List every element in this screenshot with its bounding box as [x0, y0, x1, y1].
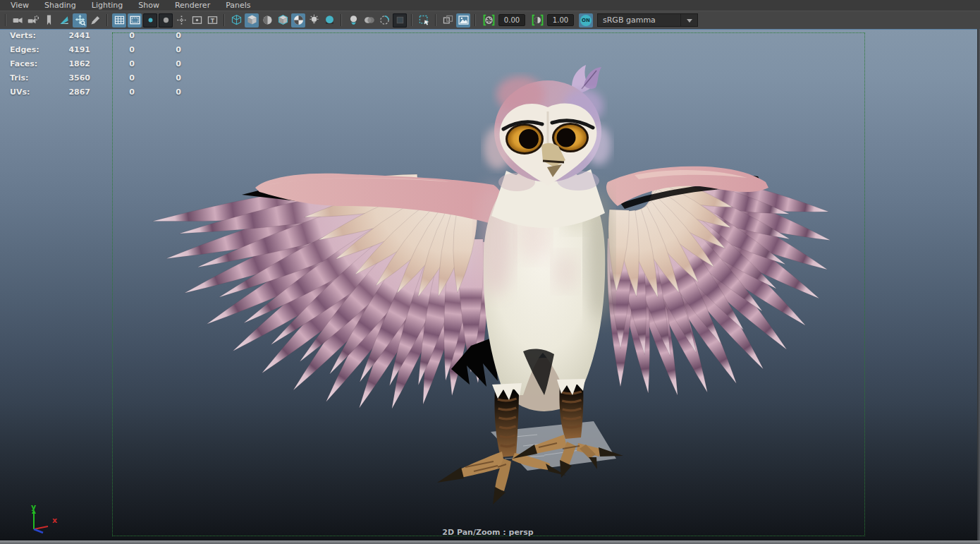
- toolbar-separator: [435, 14, 436, 26]
- hud-row-edges: Edges:419100: [0, 43, 212, 57]
- menu-view[interactable]: View: [3, 0, 37, 11]
- hud-col2: 0: [124, 85, 140, 99]
- exposure-icon[interactable]: [480, 13, 497, 28]
- hud-row-tris: Tris:356000: [0, 71, 212, 85]
- xray-active-icon[interactable]: [377, 13, 391, 28]
- safe-title-icon[interactable]: T: [205, 13, 219, 28]
- color-management-toggle[interactable]: ON: [579, 13, 593, 28]
- chevron-down-icon[interactable]: [680, 14, 697, 26]
- grid-icon[interactable]: [112, 13, 126, 28]
- annotate-pencil-icon[interactable]: [88, 13, 102, 28]
- hud-col3: 0: [171, 85, 186, 99]
- hud-value: 3560: [41, 71, 90, 85]
- menu-panels[interactable]: Panels: [218, 0, 258, 11]
- xray-icon[interactable]: [362, 13, 376, 28]
- hud-col3: 0: [171, 71, 186, 85]
- toolbar-separator: [474, 14, 476, 26]
- hud-col3: 0: [171, 43, 186, 57]
- contrast-icon[interactable]: [529, 13, 546, 28]
- toolbar-separator: [223, 14, 225, 26]
- toolbar-separator: [411, 14, 412, 26]
- panel-menubar: ViewShadingLightingShowRendererPanels: [0, 0, 980, 11]
- smooth-shaded-icon[interactable]: [245, 13, 259, 28]
- hud-col3: 0: [171, 57, 186, 71]
- gamma-field[interactable]: 1.00: [547, 14, 574, 26]
- hud-value: 2867: [41, 85, 90, 99]
- hud-col2: 0: [124, 29, 140, 43]
- hud-label: UVs:: [10, 85, 30, 99]
- wireframe-icon[interactable]: [229, 13, 243, 28]
- hud-value: 2441: [41, 29, 90, 43]
- hud-col2: 0: [124, 57, 140, 71]
- resolution-gate-icon[interactable]: [143, 13, 157, 28]
- window-bottom-edge: [0, 540, 980, 544]
- panel-toolbar: T 0.00 1.00 ON sRGB gamma: [0, 11, 980, 29]
- hud-col2: 0: [124, 43, 140, 57]
- toolbar-separator: [341, 14, 342, 26]
- hud-value: 4191: [41, 43, 90, 57]
- film-gate-icon[interactable]: [128, 13, 142, 28]
- plate-mode-icon[interactable]: [393, 13, 407, 28]
- isolate-select-icon[interactable]: [417, 13, 431, 28]
- menu-renderer[interactable]: Renderer: [167, 0, 218, 11]
- use-default-material-icon[interactable]: [346, 13, 360, 28]
- hud-col2: 0: [124, 71, 140, 85]
- hud-row-uvs: UVs:286700: [0, 85, 212, 99]
- on-label: ON: [580, 15, 592, 26]
- exposure-field[interactable]: 0.00: [498, 14, 525, 26]
- hud-value: 1862: [41, 57, 90, 71]
- menu-lighting[interactable]: Lighting: [84, 0, 130, 11]
- use-all-lights-icon[interactable]: [307, 13, 321, 28]
- colorspace-value: sRGB gamma: [598, 16, 680, 25]
- shadows-icon[interactable]: [322, 13, 336, 28]
- image-plane-icon[interactable]: [456, 13, 470, 28]
- gate-mask-icon[interactable]: [159, 13, 173, 28]
- field-chart-icon[interactable]: [174, 13, 188, 28]
- wireframe-on-shaded-icon[interactable]: [276, 13, 290, 28]
- hud-label: Faces:: [10, 57, 37, 71]
- hud-row-faces: Faces:186200: [0, 57, 212, 71]
- svg-text:T: T: [210, 18, 214, 24]
- colorspace-dropdown[interactable]: sRGB gamma: [597, 13, 698, 27]
- textured-icon[interactable]: [291, 13, 305, 28]
- sequence-frames-icon[interactable]: [441, 13, 455, 28]
- hud-label: Verts:: [10, 29, 36, 43]
- bookmarks-icon[interactable]: [42, 13, 56, 28]
- menu-show[interactable]: Show: [130, 0, 167, 11]
- contrast-bracket-glyph: [531, 13, 544, 27]
- pan-zoom-tool-icon[interactable]: [73, 13, 87, 28]
- toolbar-separator: [5, 14, 6, 26]
- camera-attributes-icon[interactable]: [26, 13, 40, 28]
- select-camera-icon[interactable]: [11, 13, 25, 28]
- viewport-camera-label: 2D Pan/Zoom : persp: [112, 528, 864, 537]
- window-right-edge: [977, 28, 980, 540]
- grease-pencil-icon[interactable]: [57, 13, 71, 28]
- menu-shading[interactable]: Shading: [37, 0, 84, 11]
- viewport-canvas[interactable]: [0, 28, 977, 542]
- toolbar-separator: [106, 14, 108, 26]
- flat-shaded-icon[interactable]: [260, 13, 274, 28]
- hud-row-verts: Verts:244100: [0, 29, 212, 43]
- exposure-bracket-glyph: [482, 13, 496, 27]
- safe-action-icon[interactable]: [190, 13, 204, 28]
- hud-label: Edges:: [10, 43, 39, 57]
- hud-col3: 0: [171, 29, 186, 43]
- hud-label: Tris:: [10, 71, 28, 85]
